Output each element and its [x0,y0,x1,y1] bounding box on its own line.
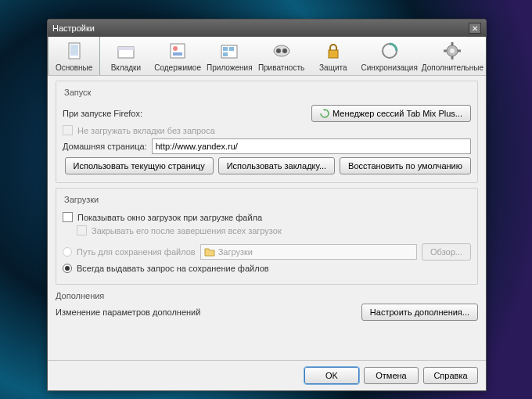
download-folder-display: Загрузки [200,244,417,260]
svg-rect-1 [70,45,78,56]
tab-general[interactable]: Основные [48,37,100,75]
content-area: Запуск При запуске Firefox: Менеджер сес… [48,76,486,360]
homepage-input[interactable] [152,138,471,154]
help-button[interactable]: Справка [423,367,478,384]
sync-icon [379,40,401,62]
svg-rect-6 [173,52,182,56]
addons-section: Дополнения Изменение параметров дополнен… [56,289,478,325]
svg-rect-9 [229,47,234,51]
save-path-radio[interactable] [63,247,72,257]
close-after-checkbox [77,225,87,235]
show-downloads-window-checkbox[interactable] [63,212,73,222]
svg-point-17 [450,49,455,53]
dont-load-tabs-checkbox [63,125,73,135]
restore-default-button[interactable]: Восстановить по умолчанию [340,157,471,174]
category-toolbar: Основные Вкладки Содержимое Приложения П… [48,37,486,76]
always-ask-radio[interactable] [63,264,72,273]
titlebar[interactable]: Настройки ✕ [48,20,486,37]
show-downloads-window-label: Показывать окно загрузок при загрузке фа… [77,213,262,222]
startup-legend: Запуск [61,88,94,97]
tab-advanced[interactable]: Дополнительные [420,37,486,75]
tab-tabs[interactable]: Вкладки [100,37,152,75]
dialog-footer: OK Отмена Справка [48,360,486,390]
lock-icon [322,40,344,62]
tab-applications[interactable]: Приложения [204,37,256,75]
applications-icon [218,40,240,62]
svg-rect-4 [171,44,185,58]
on-start-label: При запуске Firefox: [63,109,142,118]
general-icon [63,40,85,62]
cancel-button[interactable]: Отмена [364,367,419,384]
save-path-label: Путь для сохранения файлов [77,247,196,257]
close-button[interactable]: ✕ [469,23,481,34]
svg-rect-14 [329,50,338,58]
content-icon [167,40,189,62]
window-title: Настройки [52,23,469,33]
downloads-legend: Загрузки [61,195,102,204]
use-bookmark-button[interactable]: Использовать закладку... [218,157,335,174]
svg-point-13 [282,49,287,53]
homepage-label: Домашняя страница: [63,142,147,151]
svg-point-12 [276,49,281,53]
reload-icon [320,109,329,118]
use-current-page-button[interactable]: Использовать текущую страницу [65,157,214,174]
folder-icon [204,247,215,257]
tab-content[interactable]: Содержимое [152,37,203,75]
session-manager-button[interactable]: Менеджер сессий Tab Mix Plus... [311,105,471,122]
tabs-icon [115,40,137,62]
always-ask-label: Всегда выдавать запрос на сохранение фай… [77,264,269,273]
ok-button[interactable]: OK [304,367,359,384]
svg-rect-10 [223,52,228,56]
startup-fieldset: Запуск При запуске Firefox: Менеджер сес… [56,81,478,183]
tab-privacy[interactable]: Приватность [256,37,307,75]
addons-desc: Изменение параметров дополнений [56,307,200,317]
privacy-icon [271,40,293,62]
tab-security[interactable]: Защита [307,37,359,75]
downloads-fieldset: Загрузки Показывать окно загрузок при за… [56,188,478,285]
svg-point-5 [173,46,178,51]
tab-sync[interactable]: Синхронизация [359,37,419,75]
close-after-label: Закрывать его после завершения всех загр… [92,226,282,235]
dont-load-tabs-label: Не загружать вкладки без запроса [77,126,215,135]
browse-button: Обзор... [422,243,471,261]
settings-window: Настройки ✕ Основные Вкладки Содержимое … [47,19,487,391]
configure-addons-button[interactable]: Настроить дополнения... [361,304,478,321]
addons-legend: Дополнения [56,291,478,300]
gear-icon [441,40,463,62]
svg-rect-3 [118,47,134,50]
svg-rect-8 [223,47,228,51]
